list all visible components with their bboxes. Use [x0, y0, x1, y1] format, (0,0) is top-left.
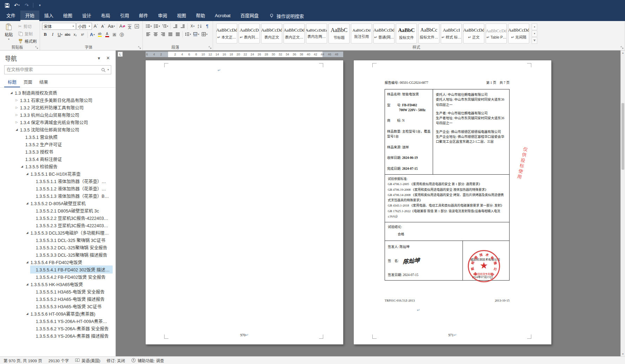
tree-toggle-icon[interactable]: ▷ [14, 106, 19, 109]
tree-toggle-icon[interactable]: ▷ [14, 121, 19, 124]
bold-button[interactable]: B [42, 31, 49, 38]
ribbon-tab-绘图[interactable]: 绘图 [58, 11, 77, 21]
nav-tab-pages[interactable]: 页面 [20, 77, 36, 87]
style-card[interactable]: AaBbCcDd↵ 本文正… [216, 23, 237, 43]
align-left-button[interactable] [145, 31, 152, 38]
save-button[interactable] [2, 1, 12, 10]
align-right-button[interactable] [160, 31, 166, 38]
style-card[interactable]: AaBbCcDd↵ 无间隔 [508, 23, 529, 43]
clear-formatting-button[interactable]: A [119, 23, 125, 30]
superscript-button[interactable]: x² [79, 31, 86, 38]
align-center-button[interactable] [152, 31, 159, 38]
grow-font-button[interactable]: Aˆ [93, 23, 99, 30]
gallery-scroll-up-button[interactable]: ▲ [532, 23, 537, 30]
nav-item[interactable]: ◢1.3.5.5 检验报告 [0, 163, 115, 170]
style-card[interactable]: AaBbCc投标文件… [418, 23, 439, 43]
proofing-language[interactable]: 英语(美国) [75, 358, 100, 363]
increase-indent-button[interactable] [179, 23, 186, 29]
subscript-button[interactable]: x₂ [72, 31, 79, 38]
nav-item[interactable]: 1.3.5.5.3.2 DCL-325聚嗨锅 安全报告 [0, 244, 115, 251]
italic-button[interactable]: I [49, 31, 56, 38]
nav-tab-results[interactable]: 结果 [36, 77, 52, 87]
ribbon-tab-百度网盘[interactable]: 百度网盘 [235, 11, 264, 21]
scroll-down-arrow[interactable]: ▼ [621, 352, 625, 356]
multilevel-list-button[interactable]: ▾ [161, 23, 169, 29]
paste-button[interactable]: 粘贴 ▾ [1, 22, 16, 45]
paragraph-dialog-launcher[interactable] [208, 45, 212, 49]
style-card[interactable]: AaBbCcD↵ 表内列… [239, 23, 260, 43]
tree-toggle-icon[interactable]: ◢ [14, 128, 19, 131]
nav-item[interactable]: 1.3.5.2 生产许可证 [0, 141, 115, 148]
redo-button[interactable]: ↷ [22, 1, 32, 10]
tree-toggle-icon[interactable]: ◢ [9, 91, 14, 94]
styles-dialog-launcher[interactable] [620, 45, 624, 49]
tree-toggle-icon[interactable]: ◢ [25, 172, 29, 175]
nav-tab-headings[interactable]: 标题 [4, 77, 20, 87]
nav-item[interactable]: ◢1.3 制造商授权及资质 [0, 89, 115, 96]
ribbon-tab-开始[interactable]: 开始 [20, 11, 39, 21]
decrease-indent-button[interactable] [172, 23, 179, 29]
search-options-chevron-icon[interactable]: ▾ [107, 68, 109, 71]
text-effects-button[interactable]: A▾ [89, 31, 96, 38]
tree-toggle-icon[interactable]: ▷ [14, 99, 19, 102]
tree-toggle-icon[interactable]: ◢ [25, 312, 29, 315]
nav-item[interactable]: 1.3.5.4 商标注册证 [0, 155, 115, 163]
nav-item[interactable]: ◢1.3.5.5.4 FB-FD402电饭煲 [0, 258, 115, 266]
customize-quick-access-button[interactable]: ▾ [35, 1, 45, 10]
vertical-scrollbar[interactable]: ▲ ▼ [620, 50, 625, 356]
nav-item[interactable]: ◢1.3.5.5.6 HT-009A雾萃壶(煮茶器) [0, 310, 115, 317]
ribbon-tab-文件[interactable]: 文件 [1, 11, 20, 21]
tree-toggle-icon[interactable]: ◢ [25, 202, 29, 205]
nav-item[interactable]: 1.3.5.5.5.1 H3A65-电饭煲 安全报告 [0, 288, 115, 295]
change-case-button[interactable]: Aa▾ [107, 23, 116, 30]
nav-item[interactable]: 1.3.5.5.1.2 液体加热器（花茶壶）… [0, 185, 115, 192]
nav-item[interactable]: ◢1.3.5.5.2 D-805A破壁豆浆机 [0, 200, 115, 207]
style-card[interactable]: AaBbC节标题 [328, 23, 350, 43]
font-size-combo[interactable]: 小四▾ [77, 23, 92, 30]
ribbon-tab-布局[interactable]: 布局 [96, 11, 115, 21]
enclose-characters-button[interactable]: 字 [119, 31, 125, 38]
nav-item[interactable]: 1.3.5.5.3.1 DCL-325 聚嗨锅 3C证书 [0, 236, 115, 244]
style-card[interactable]: AaBbCcDdEe表内左两… [306, 23, 327, 43]
search-input[interactable] [7, 67, 99, 72]
nav-item[interactable]: ◢1.3.5 沈阳铭仕郎商贸有限公司 [0, 126, 115, 133]
document-page-970[interactable]: ↵ 970↵ [146, 60, 343, 344]
scrollbar-thumb[interactable] [621, 103, 624, 170]
bullets-button[interactable]: ▾ [145, 23, 153, 29]
strikethrough-button[interactable]: abc [64, 31, 71, 38]
clipboard-dialog-launcher[interactable] [35, 45, 39, 49]
nav-item[interactable]: 1.3.5.5.3.3 DCL-325聚嗨锅 描述报告 [0, 251, 115, 258]
gallery-more-button[interactable]: ▼ [532, 37, 537, 44]
nav-item[interactable]: 1.3.5.1 营业执照 [0, 133, 115, 141]
tell-me-search[interactable]: 操作说明搜索 [269, 11, 304, 21]
nav-item[interactable]: 1.3.5.5.6.1 YS-206A-HT-009A煮茶… [0, 317, 115, 325]
sort-button[interactable]: AZ [197, 23, 203, 29]
phonetic-guide-button[interactable]: wén文 [126, 23, 133, 30]
font-name-combo[interactable]: 宋体▾ [42, 23, 76, 30]
format-painter-button[interactable]: 格式刷 [16, 38, 39, 45]
ribbon-tab-审阅[interactable]: 审阅 [153, 11, 172, 21]
ribbon-tab-设计[interactable]: 设计 [77, 11, 96, 21]
search-icon[interactable] [101, 68, 106, 72]
distribute-button[interactable] [174, 31, 181, 38]
nav-item[interactable]: ◢1.3.5.5.5 HK-H3A65电饭煲 [0, 281, 115, 288]
borders-button[interactable]: ▾ [201, 31, 208, 38]
nav-item[interactable]: 1.3.5.5.1.1 液体加热器（花茶壶）… [0, 177, 115, 185]
document-area[interactable]: L 64224681012141618202224262830323436384… [116, 50, 625, 356]
tree-toggle-icon[interactable]: ▷ [14, 113, 19, 116]
tab-stop-selector[interactable]: L [118, 52, 123, 57]
undo-button[interactable]: ↶▾ [12, 1, 22, 10]
character-shading-button[interactable]: A [111, 31, 118, 38]
scroll-up-arrow[interactable]: ▲ [621, 50, 625, 55]
nav-item[interactable]: 1.3.5.5.4.2 FB-FD402饭煲 安全报告 [0, 273, 115, 281]
style-card[interactable]: AaBbCcI↵ 样式 标… [441, 23, 462, 43]
nav-item[interactable]: 1.3.5.5.6.3 YS-206A-煮茶器 描述报告 [0, 332, 115, 339]
underline-button[interactable]: U▾ [57, 31, 64, 38]
style-card[interactable]: AaBbCcDd↵ Table P… [486, 23, 507, 43]
tree-toggle-icon[interactable]: ◢ [25, 283, 29, 286]
nav-item[interactable]: 1.3.5.5.6.2 YS-206A-煮茶器 安全报告 [0, 325, 115, 332]
nav-item[interactable]: ▷1.3.3 杭州山兑山贸易有限公司 [0, 111, 115, 119]
tree-toggle-icon[interactable]: ◢ [20, 165, 24, 168]
shrink-font-button[interactable]: Aˇ [100, 23, 107, 30]
nav-item[interactable]: 1.3.5.5.1.3 液体加热器（花茶壶）B… [0, 192, 115, 200]
